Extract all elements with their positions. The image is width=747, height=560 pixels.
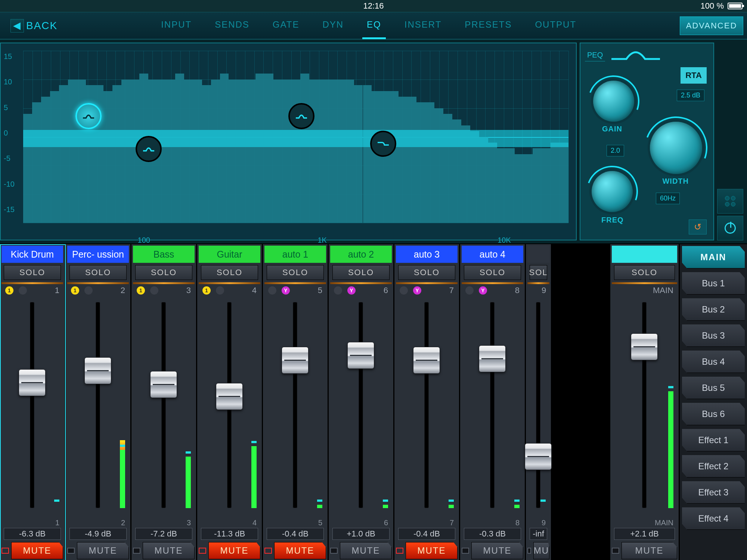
channel-label[interactable] — [527, 246, 549, 263]
bus-bus-1[interactable]: Bus 1 — [682, 272, 745, 295]
fader-cap[interactable] — [347, 342, 374, 369]
channel-label[interactable]: Kick Drum — [1, 246, 63, 263]
solo-button[interactable]: SOLO — [4, 265, 61, 280]
fader[interactable] — [339, 297, 382, 519]
channel-label[interactable]: auto 4 — [462, 246, 523, 263]
db-readout[interactable]: -0.4 dB — [267, 528, 324, 540]
db-readout[interactable]: +1.0 dB — [332, 528, 390, 540]
record-arm[interactable] — [67, 548, 75, 554]
eq-node-1[interactable] — [75, 103, 102, 129]
solo-button[interactable]: SOLO — [398, 265, 455, 280]
fader-cap[interactable] — [282, 347, 309, 374]
record-arm[interactable] — [527, 548, 531, 554]
channel-label[interactable]: Bass — [133, 246, 195, 263]
width-knob[interactable] — [650, 122, 702, 174]
solo-button[interactable]: SOLO — [267, 265, 324, 280]
channel-label[interactable] — [612, 246, 677, 263]
db-readout[interactable]: -6.3 dB — [4, 528, 61, 540]
eq-node-2[interactable] — [136, 136, 162, 162]
bus-effect-4[interactable]: Effect 4 — [682, 507, 745, 530]
rta-button[interactable]: RTA — [681, 67, 707, 84]
fader[interactable] — [76, 297, 119, 519]
peq-type-label[interactable]: PEQ — [585, 49, 605, 62]
fader-cap[interactable] — [525, 443, 552, 470]
bus-effect-1[interactable]: Effect 1 — [682, 429, 745, 451]
mute-button[interactable]: MUTE — [340, 542, 392, 559]
solo-button[interactable]: SOLO — [135, 265, 192, 280]
tab-input[interactable]: INPUT — [156, 12, 196, 39]
record-arm[interactable] — [1, 548, 9, 554]
db-readout[interactable]: +2.1 dB — [614, 528, 675, 540]
record-arm[interactable] — [612, 548, 619, 554]
freq-value[interactable]: 60Hz — [656, 193, 680, 204]
record-arm[interactable] — [330, 548, 338, 554]
mute-button[interactable]: MU — [533, 542, 549, 559]
bus-bus-3[interactable]: Bus 3 — [682, 324, 745, 347]
mute-button[interactable]: MUTE — [406, 542, 458, 559]
tab-dyn[interactable]: DYN — [318, 12, 348, 39]
record-arm[interactable] — [199, 548, 206, 554]
fader[interactable] — [10, 297, 53, 519]
tab-gate[interactable]: GATE — [268, 12, 304, 39]
bus-bus-6[interactable]: Bus 6 — [682, 403, 745, 425]
width-value[interactable]: 2.0 — [607, 145, 624, 156]
bus-effect-3[interactable]: Effect 3 — [682, 481, 745, 504]
fader[interactable] — [471, 297, 514, 519]
fader-cap[interactable] — [631, 333, 658, 360]
fader-cap[interactable] — [479, 345, 506, 372]
tab-sends[interactable]: SENDS — [210, 12, 254, 39]
tab-presets[interactable]: PRESETS — [460, 12, 516, 39]
channel-label[interactable]: auto 3 — [396, 246, 458, 263]
channel-label[interactable]: auto 2 — [330, 246, 392, 263]
fader-cap[interactable] — [84, 357, 111, 384]
db-readout[interactable]: -4.9 dB — [69, 528, 127, 540]
mute-button[interactable]: MUTE — [208, 542, 260, 559]
channel-label[interactable]: Guitar — [199, 246, 260, 263]
fader[interactable] — [208, 297, 251, 519]
record-arm[interactable] — [396, 548, 403, 554]
mute-button[interactable]: MUTE — [622, 542, 677, 559]
mute-button[interactable]: MUTE — [11, 542, 63, 559]
view-options-button[interactable] — [717, 189, 743, 214]
freq-knob[interactable] — [592, 171, 633, 212]
bus-bus-4[interactable]: Bus 4 — [682, 351, 745, 373]
gain-knob[interactable] — [593, 81, 634, 122]
channel-label[interactable]: auto 1 — [264, 246, 326, 263]
tab-insert[interactable]: INSERT — [400, 12, 446, 39]
channel-label[interactable]: Perc- ussion — [67, 246, 129, 263]
eq-power-button[interactable] — [717, 216, 743, 240]
back-button[interactable]: ◀ BACK — [10, 19, 58, 32]
bus-effect-2[interactable]: Effect 2 — [682, 455, 745, 477]
solo-button[interactable]: SOL — [530, 265, 547, 280]
solo-button[interactable]: SOLO — [614, 265, 675, 280]
solo-button[interactable]: SOLO — [69, 265, 127, 280]
eq-node-4[interactable] — [370, 131, 396, 157]
mute-button[interactable]: MUTE — [77, 542, 129, 559]
bus-bus-5[interactable]: Bus 5 — [682, 377, 745, 399]
gain-value[interactable]: 2.5 dB — [677, 90, 704, 101]
fader[interactable] — [273, 297, 316, 519]
fader[interactable] — [142, 297, 185, 519]
tab-eq[interactable]: EQ — [362, 12, 386, 39]
eq-node-3[interactable] — [288, 103, 314, 129]
fader[interactable] — [536, 297, 540, 519]
fader[interactable] — [405, 297, 448, 519]
fader-cap[interactable] — [19, 369, 46, 396]
eq-graph[interactable]: 151050-5-10-15 1001K10K — [0, 43, 577, 240]
solo-button[interactable]: SOLO — [201, 265, 258, 280]
advanced-button[interactable]: ADVANCED — [680, 16, 743, 35]
solo-button[interactable]: SOLO — [332, 265, 390, 280]
fader-cap[interactable] — [150, 371, 177, 398]
record-arm[interactable] — [133, 548, 140, 554]
db-readout[interactable]: -0.4 dB — [398, 528, 455, 540]
bus-bus-2[interactable]: Bus 2 — [682, 298, 745, 321]
db-readout[interactable]: -7.2 dB — [135, 528, 192, 540]
db-readout[interactable]: -11.3 dB — [201, 528, 258, 540]
record-arm[interactable] — [462, 548, 469, 554]
record-arm[interactable] — [264, 548, 272, 554]
bus-main[interactable]: MAIN — [682, 246, 745, 268]
solo-button[interactable]: SOLO — [464, 265, 521, 280]
db-readout[interactable]: -0.3 dB — [464, 528, 521, 540]
tab-output[interactable]: OUTPUT — [530, 12, 581, 39]
mute-button[interactable]: MUTE — [471, 542, 523, 559]
